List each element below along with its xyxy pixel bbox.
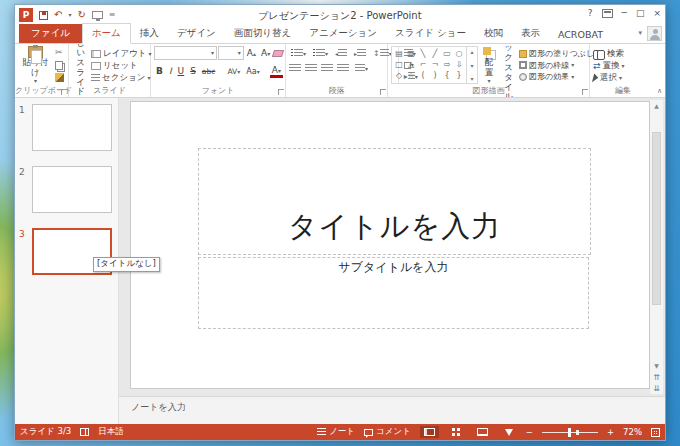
copy-icon[interactable] <box>55 61 63 70</box>
font-name-combo[interactable]: ▾ <box>154 46 217 60</box>
tab-design[interactable]: デザイン <box>168 24 225 43</box>
align-right-button[interactable] <box>321 64 333 73</box>
tab-acrobat[interactable]: ACROBAT <box>549 26 612 43</box>
drawing-dialog-launcher-icon[interactable] <box>582 89 588 95</box>
fit-slide-to-window-icon[interactable] <box>651 428 660 437</box>
new-slide-button[interactable]: 新しい スライド ▾ <box>72 46 89 84</box>
numbering-button[interactable]: ▾ <box>311 48 330 59</box>
shapes-gallery-scrollbar[interactable]: ▴▾▾ <box>466 47 477 83</box>
zoom-slider-thumb[interactable] <box>568 428 571 437</box>
arrange-button[interactable]: 配置 ▾ <box>480 46 498 84</box>
reading-view-button[interactable] <box>473 426 492 438</box>
quick-styles-button[interactable]: クイック スタイル ▾ <box>500 46 517 84</box>
slide-counter[interactable]: スライド 3/3 <box>20 426 71 438</box>
title-placeholder[interactable]: タイトルを入力 <box>198 148 591 255</box>
save-icon[interactable] <box>39 11 48 20</box>
scroll-down-icon[interactable]: ▼ <box>654 360 659 372</box>
signin-dropdown-icon[interactable]: ▾ <box>638 30 642 37</box>
paste-button[interactable]: 貼り付け ▾ <box>18 46 53 84</box>
align-center-button[interactable] <box>305 64 317 73</box>
layout-button[interactable]: レイアウト▾ <box>91 48 152 60</box>
zoom-in-button[interactable]: + <box>607 427 614 437</box>
notes-placeholder[interactable]: ノートを入力 <box>131 402 186 412</box>
shape-outline-button[interactable]: 図形の枠線▾ <box>519 60 599 71</box>
shapes-gallery[interactable]: ▤▥ ╲╱ ▭○ □△ ⌐¬ ⇨⇩ ◇☆ () {} ▴▾▾ <box>391 46 478 84</box>
format-painter-icon[interactable] <box>55 73 64 82</box>
slide-thumbnail-2[interactable]: 2 <box>19 166 112 213</box>
clear-formatting-icon[interactable] <box>272 50 284 57</box>
grow-font-button[interactable]: A▴ <box>245 47 258 60</box>
tab-home[interactable]: ホーム <box>82 23 131 44</box>
font-dialog-launcher-icon[interactable] <box>278 89 284 95</box>
slide-thumbnail-1[interactable]: 1 <box>19 104 112 151</box>
tab-file[interactable]: ファイル <box>19 24 82 43</box>
help-button[interactable]: ? <box>588 8 593 18</box>
shape-fill-button[interactable]: 図形の塗りつぶし▾ <box>519 48 599 59</box>
strikethrough-button[interactable]: S <box>188 65 198 78</box>
find-button[interactable]: 検索 <box>593 48 625 60</box>
align-left-button[interactable] <box>289 64 301 73</box>
decrease-indent-button[interactable]: ◂ <box>333 48 349 59</box>
character-spacing-button[interactable]: AV▾ <box>225 65 242 78</box>
start-slideshow-icon[interactable] <box>92 11 103 19</box>
slide-canvas[interactable]: タイトルを入力 サブタイトルを入力 <box>130 101 650 389</box>
zoom-slider[interactable] <box>542 432 598 433</box>
tab-view[interactable]: 表示 <box>512 24 549 43</box>
justify-button[interactable] <box>337 64 349 73</box>
proofing-icon[interactable] <box>80 428 89 436</box>
slideshow-view-button[interactable] <box>501 427 517 438</box>
increase-indent-button[interactable]: ▸ <box>352 48 368 59</box>
ribbon-display-options-icon[interactable] <box>602 9 613 18</box>
customize-qat-icon[interactable]: ≡ <box>109 11 116 19</box>
slide-1-preview[interactable] <box>32 104 112 151</box>
undo-icon[interactable]: ↶ <box>54 10 62 20</box>
redo-icon[interactable]: ↻ <box>77 10 85 20</box>
zoom-out-button[interactable]: − <box>526 427 533 437</box>
bold-button[interactable]: B <box>154 65 165 78</box>
notes-toggle-button[interactable]: ノート <box>317 426 355 438</box>
scrollbar-thumb[interactable] <box>652 132 661 306</box>
tab-slideshow[interactable]: スライド ショー <box>386 24 475 43</box>
account-avatar-icon[interactable] <box>647 26 662 41</box>
zoom-level[interactable]: 72% <box>623 427 642 437</box>
select-button[interactable]: 選択▾ <box>593 72 625 84</box>
text-shadow-button[interactable]: abc <box>200 65 217 78</box>
previous-slide-icon[interactable]: ⇈ <box>653 372 660 383</box>
maximize-button[interactable]: □ <box>636 8 645 18</box>
shrink-font-button[interactable]: A▾ <box>259 47 272 60</box>
subtitle-placeholder[interactable]: サブタイトルを入力 <box>198 257 589 329</box>
tab-transitions[interactable]: 画面切り替え <box>225 24 300 43</box>
columns-button[interactable]: ▾ <box>353 63 370 74</box>
close-button[interactable]: × <box>653 8 661 18</box>
powerpoint-logo-icon[interactable]: P <box>19 8 33 22</box>
normal-view-button[interactable] <box>420 426 439 438</box>
font-size-combo[interactable]: ▾ <box>218 46 244 60</box>
group-drawing: ▤▥ ╲╱ ▭○ □△ ⌐¬ ⇨⇩ ◇☆ () {} ▴▾▾ 配置 ▾ <box>388 44 590 97</box>
paragraph-dialog-launcher-icon[interactable] <box>380 89 386 95</box>
cut-icon[interactable]: ✂ <box>55 48 66 57</box>
tab-review[interactable]: 校閲 <box>475 24 512 43</box>
language-indicator[interactable]: 日本語 <box>98 426 124 438</box>
replace-button[interactable]: ⇄ 置換▾ <box>593 60 625 72</box>
scroll-up-icon[interactable]: ▲ <box>654 100 659 112</box>
vertical-scrollbar[interactable]: ▲ ▼ ⇈ ⇊ <box>650 100 663 394</box>
shape-effects-button[interactable]: 図形の効果▾ <box>519 71 599 82</box>
tab-insert[interactable]: 挿入 <box>131 24 168 43</box>
undo-dropdown-icon[interactable]: ▾ <box>68 12 71 18</box>
next-slide-icon[interactable]: ⇊ <box>653 383 660 394</box>
italic-button[interactable]: I <box>167 65 174 78</box>
reset-button[interactable]: リセット <box>91 60 152 72</box>
slide-sorter-view-button[interactable] <box>448 426 464 438</box>
change-case-button[interactable]: Aa▾ <box>244 65 261 78</box>
clipboard-dialog-launcher-icon[interactable] <box>61 89 67 95</box>
notes-pane[interactable]: ノートを入力 <box>119 396 665 424</box>
comments-toggle-button[interactable]: コメント <box>364 426 411 438</box>
font-color-button[interactable]: A▾ <box>270 65 283 78</box>
collapse-ribbon-icon[interactable]: ∧ <box>657 87 662 95</box>
minimize-button[interactable]: ─ <box>622 8 627 18</box>
underline-button[interactable]: U <box>176 65 187 78</box>
slide-2-preview[interactable] <box>32 166 112 213</box>
section-button[interactable]: セクション▾ <box>91 72 152 84</box>
tab-animations[interactable]: アニメーション <box>300 24 386 43</box>
bullets-button[interactable]: ▾ <box>289 48 308 59</box>
